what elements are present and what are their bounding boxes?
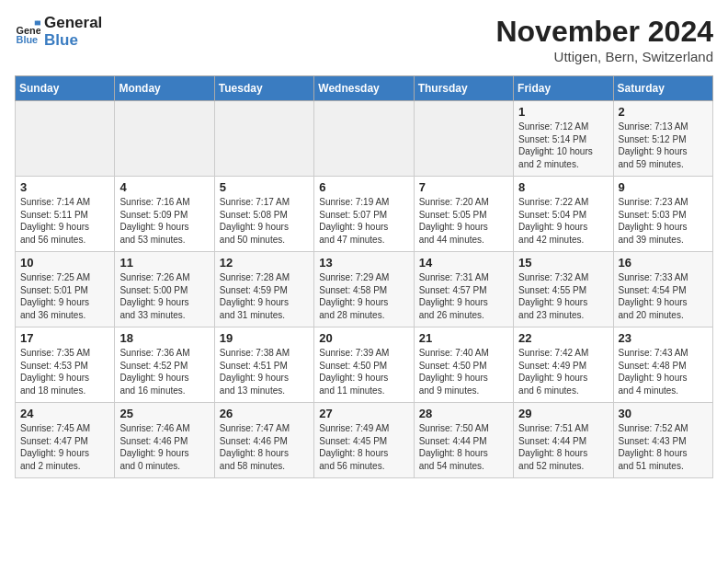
day-info: Sunrise: 7:39 AM Sunset: 4:50 PM Dayligh… <box>319 347 408 396</box>
day-number: 15 <box>518 256 608 270</box>
day-info: Sunrise: 7:16 AM Sunset: 5:09 PM Dayligh… <box>119 196 209 246</box>
calendar-week-2: 3Sunrise: 7:14 AM Sunset: 5:11 PM Daylig… <box>16 177 713 252</box>
calendar-cell: 19Sunrise: 7:38 AM Sunset: 4:51 PM Dayli… <box>214 327 313 403</box>
calendar-cell: 22Sunrise: 7:42 AM Sunset: 4:49 PM Dayli… <box>514 327 613 403</box>
day-info: Sunrise: 7:36 AM Sunset: 4:52 PM Dayligh… <box>119 347 209 396</box>
calendar-cell <box>314 101 414 177</box>
calendar-cell: 8Sunrise: 7:22 AM Sunset: 5:04 PM Daylig… <box>514 177 613 252</box>
day-number: 5 <box>220 180 309 194</box>
day-number: 19 <box>220 331 309 345</box>
calendar-cell: 14Sunrise: 7:31 AM Sunset: 4:57 PM Dayli… <box>414 252 513 327</box>
calendar-table: SundayMondayTuesdayWednesdayThursdayFrid… <box>15 75 713 478</box>
header-cell-friday: Friday <box>514 76 613 101</box>
day-number: 29 <box>518 407 608 420</box>
calendar-cell <box>214 101 313 177</box>
header-cell-tuesday: Tuesday <box>214 76 313 101</box>
day-info: Sunrise: 7:45 AM Sunset: 4:47 PM Dayligh… <box>20 422 109 472</box>
day-info: Sunrise: 7:31 AM Sunset: 4:57 PM Dayligh… <box>419 271 508 321</box>
day-info: Sunrise: 7:26 AM Sunset: 5:00 PM Dayligh… <box>119 271 209 321</box>
day-number: 13 <box>319 256 408 270</box>
day-number: 27 <box>319 407 408 420</box>
svg-text:Blue: Blue <box>17 33 39 44</box>
logo-line1: General <box>44 15 102 32</box>
day-number: 4 <box>119 180 209 194</box>
day-info: Sunrise: 7:12 AM Sunset: 5:14 PM Dayligh… <box>518 121 608 170</box>
day-info: Sunrise: 7:19 AM Sunset: 5:07 PM Dayligh… <box>319 196 408 246</box>
day-info: Sunrise: 7:28 AM Sunset: 4:59 PM Dayligh… <box>220 271 309 321</box>
calendar-cell: 6Sunrise: 7:19 AM Sunset: 5:07 PM Daylig… <box>314 177 414 252</box>
header-cell-saturday: Saturday <box>613 76 712 101</box>
day-number: 7 <box>419 180 508 194</box>
day-number: 28 <box>419 407 508 420</box>
day-number: 26 <box>220 407 309 420</box>
day-info: Sunrise: 7:23 AM Sunset: 5:03 PM Dayligh… <box>619 196 708 246</box>
calendar-cell: 24Sunrise: 7:45 AM Sunset: 4:47 PM Dayli… <box>16 403 115 478</box>
calendar-cell: 15Sunrise: 7:32 AM Sunset: 4:55 PM Dayli… <box>514 252 613 327</box>
calendar-cell: 5Sunrise: 7:17 AM Sunset: 5:08 PM Daylig… <box>214 177 313 252</box>
day-number: 2 <box>619 105 708 119</box>
calendar-cell: 11Sunrise: 7:26 AM Sunset: 5:00 PM Dayli… <box>115 252 214 327</box>
day-info: Sunrise: 7:40 AM Sunset: 4:50 PM Dayligh… <box>419 347 508 396</box>
calendar-cell: 16Sunrise: 7:33 AM Sunset: 4:54 PM Dayli… <box>613 252 712 327</box>
day-info: Sunrise: 7:13 AM Sunset: 5:12 PM Dayligh… <box>619 121 708 170</box>
day-info: Sunrise: 7:22 AM Sunset: 5:04 PM Dayligh… <box>518 196 608 246</box>
calendar-cell: 4Sunrise: 7:16 AM Sunset: 5:09 PM Daylig… <box>115 177 214 252</box>
calendar-cell: 17Sunrise: 7:35 AM Sunset: 4:53 PM Dayli… <box>16 327 115 403</box>
day-info: Sunrise: 7:25 AM Sunset: 5:01 PM Dayligh… <box>20 271 109 321</box>
calendar-cell: 23Sunrise: 7:43 AM Sunset: 4:48 PM Dayli… <box>613 327 712 403</box>
day-number: 22 <box>518 331 608 345</box>
day-number: 12 <box>220 256 309 270</box>
day-number: 9 <box>619 180 708 194</box>
day-number: 23 <box>619 331 708 345</box>
day-number: 10 <box>20 256 109 270</box>
calendar-cell: 10Sunrise: 7:25 AM Sunset: 5:01 PM Dayli… <box>16 252 115 327</box>
day-number: 24 <box>20 407 109 420</box>
day-number: 6 <box>319 180 408 194</box>
logo: General Blue General Blue <box>15 15 102 49</box>
title-area: November 2024 Uttigen, Bern, Switzerland <box>495 15 713 64</box>
header: General Blue General Blue November 2024 … <box>15 15 713 64</box>
day-number: 17 <box>20 331 109 345</box>
calendar-cell: 1Sunrise: 7:12 AM Sunset: 5:14 PM Daylig… <box>514 101 613 177</box>
day-number: 20 <box>319 331 408 345</box>
calendar-cell: 27Sunrise: 7:49 AM Sunset: 4:45 PM Dayli… <box>314 403 414 478</box>
calendar-cell: 7Sunrise: 7:20 AM Sunset: 5:05 PM Daylig… <box>414 177 513 252</box>
day-info: Sunrise: 7:46 AM Sunset: 4:46 PM Dayligh… <box>119 422 209 472</box>
day-number: 21 <box>419 331 508 345</box>
location-subtitle: Uttigen, Bern, Switzerland <box>495 49 713 64</box>
header-cell-sunday: Sunday <box>16 76 115 101</box>
day-number: 25 <box>119 407 209 420</box>
calendar-week-5: 24Sunrise: 7:45 AM Sunset: 4:47 PM Dayli… <box>16 403 713 478</box>
day-number: 1 <box>518 105 608 119</box>
calendar-cell: 12Sunrise: 7:28 AM Sunset: 4:59 PM Dayli… <box>214 252 313 327</box>
day-number: 30 <box>619 407 708 420</box>
day-info: Sunrise: 7:35 AM Sunset: 4:53 PM Dayligh… <box>20 347 109 396</box>
calendar-cell: 25Sunrise: 7:46 AM Sunset: 4:46 PM Dayli… <box>115 403 214 478</box>
calendar-cell: 9Sunrise: 7:23 AM Sunset: 5:03 PM Daylig… <box>613 177 712 252</box>
day-info: Sunrise: 7:29 AM Sunset: 4:58 PM Dayligh… <box>319 271 408 321</box>
calendar-cell: 30Sunrise: 7:52 AM Sunset: 4:43 PM Dayli… <box>613 403 712 478</box>
calendar-cell: 13Sunrise: 7:29 AM Sunset: 4:58 PM Dayli… <box>314 252 414 327</box>
day-number: 16 <box>619 256 708 270</box>
logo-icon: General Blue <box>15 19 40 45</box>
day-info: Sunrise: 7:52 AM Sunset: 4:43 PM Dayligh… <box>619 422 708 472</box>
calendar-cell <box>115 101 214 177</box>
calendar-cell: 28Sunrise: 7:50 AM Sunset: 4:44 PM Dayli… <box>414 403 513 478</box>
day-number: 18 <box>119 331 209 345</box>
day-info: Sunrise: 7:49 AM Sunset: 4:45 PM Dayligh… <box>319 422 408 472</box>
calendar-cell: 18Sunrise: 7:36 AM Sunset: 4:52 PM Dayli… <box>115 327 214 403</box>
day-number: 8 <box>518 180 608 194</box>
day-info: Sunrise: 7:51 AM Sunset: 4:44 PM Dayligh… <box>518 422 608 472</box>
calendar-cell: 26Sunrise: 7:47 AM Sunset: 4:46 PM Dayli… <box>214 403 313 478</box>
calendar-cell: 29Sunrise: 7:51 AM Sunset: 4:44 PM Dayli… <box>514 403 613 478</box>
calendar-cell <box>414 101 513 177</box>
day-info: Sunrise: 7:42 AM Sunset: 4:49 PM Dayligh… <box>518 347 608 396</box>
day-info: Sunrise: 7:43 AM Sunset: 4:48 PM Dayligh… <box>619 347 708 396</box>
header-cell-thursday: Thursday <box>414 76 513 101</box>
header-cell-monday: Monday <box>115 76 214 101</box>
calendar-week-4: 17Sunrise: 7:35 AM Sunset: 4:53 PM Dayli… <box>16 327 713 403</box>
day-number: 14 <box>419 256 508 270</box>
calendar-header-row: SundayMondayTuesdayWednesdayThursdayFrid… <box>16 76 713 101</box>
day-info: Sunrise: 7:50 AM Sunset: 4:44 PM Dayligh… <box>419 422 508 472</box>
header-cell-wednesday: Wednesday <box>314 76 414 101</box>
